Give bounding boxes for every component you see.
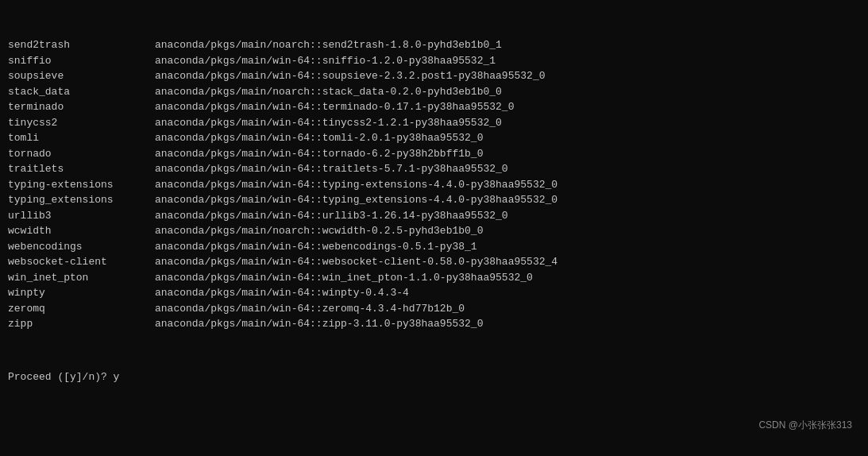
pkg-path: anaconda/pkgs/main/noarch::send2trash-1.… bbox=[155, 37, 502, 53]
package-row: zippanaconda/pkgs/main/win-64::zipp-3.11… bbox=[8, 316, 860, 332]
pkg-path: anaconda/pkgs/main/win-64::tomli-2.0.1-p… bbox=[155, 130, 483, 146]
pkg-path: anaconda/pkgs/main/win-64::tinycss2-1.2.… bbox=[155, 115, 502, 131]
pkg-path: anaconda/pkgs/main/win-64::webencodings-… bbox=[155, 239, 477, 255]
pkg-path: anaconda/pkgs/main/win-64::tornado-6.2-p… bbox=[155, 146, 483, 162]
pkg-name: zipp bbox=[8, 316, 155, 332]
package-row: terminadoanaconda/pkgs/main/win-64::term… bbox=[8, 99, 860, 115]
pkg-name: tornado bbox=[8, 146, 155, 162]
package-row: zeromqanaconda/pkgs/main/win-64::zeromq-… bbox=[8, 301, 860, 317]
pkg-name: traitlets bbox=[8, 161, 155, 177]
pkg-name: terminado bbox=[8, 99, 155, 115]
package-row: winptyanaconda/pkgs/main/win-64::winpty-… bbox=[8, 285, 860, 301]
pkg-path: anaconda/pkgs/main/win-64::soupsieve-2.3… bbox=[155, 68, 545, 84]
package-row: typing_extensionsanaconda/pkgs/main/win-… bbox=[8, 192, 860, 208]
pkg-name: wcwidth bbox=[8, 223, 155, 239]
pkg-path: anaconda/pkgs/main/win-64::zeromq-4.3.4-… bbox=[155, 301, 465, 317]
pkg-path: anaconda/pkgs/main/win-64::typing-extens… bbox=[155, 177, 557, 193]
pkg-name: typing-extensions bbox=[8, 177, 155, 193]
pkg-name: win_inet_pton bbox=[8, 270, 155, 286]
package-row: tornadoanaconda/pkgs/main/win-64::tornad… bbox=[8, 146, 860, 162]
package-row: tomlianaconda/pkgs/main/win-64::tomli-2.… bbox=[8, 130, 860, 146]
pkg-name: soupsieve bbox=[8, 68, 155, 84]
pkg-path: anaconda/pkgs/main/win-64::typing_extens… bbox=[155, 192, 557, 208]
pkg-path: anaconda/pkgs/main/win-64::urllib3-1.26.… bbox=[155, 208, 508, 224]
package-list: send2trashanaconda/pkgs/main/noarch::sen… bbox=[8, 37, 860, 332]
pkg-name: webencodings bbox=[8, 239, 155, 255]
pkg-path: anaconda/pkgs/main/win-64::zipp-3.11.0-p… bbox=[155, 316, 483, 332]
pkg-name: sniffio bbox=[8, 53, 155, 69]
package-row: websocket-clientanaconda/pkgs/main/win-6… bbox=[8, 254, 860, 270]
pkg-name: urllib3 bbox=[8, 208, 155, 224]
package-row: soupsieveanaconda/pkgs/main/win-64::soup… bbox=[8, 68, 860, 84]
section-header: Downloading and Extracting Packages bbox=[8, 423, 860, 456]
package-row: typing-extensionsanaconda/pkgs/main/win-… bbox=[8, 177, 860, 193]
pkg-path: anaconda/pkgs/main/win-64::winpty-0.4.3-… bbox=[155, 285, 409, 301]
package-row: urllib3anaconda/pkgs/main/win-64::urllib… bbox=[8, 208, 860, 224]
pkg-name: zeromq bbox=[8, 301, 155, 317]
pkg-name: tomli bbox=[8, 130, 155, 146]
package-row: webencodingsanaconda/pkgs/main/win-64::w… bbox=[8, 239, 860, 255]
pkg-name: websocket-client bbox=[8, 254, 155, 270]
pkg-name: tinycss2 bbox=[8, 115, 155, 131]
pkg-path: anaconda/pkgs/main/win-64::websocket-cli… bbox=[155, 254, 557, 270]
pkg-path: anaconda/pkgs/main/win-64::win_inet_pton… bbox=[155, 270, 533, 286]
package-row: sniffioanaconda/pkgs/main/win-64::sniffi… bbox=[8, 53, 860, 69]
package-row: tinycss2anaconda/pkgs/main/win-64::tinyc… bbox=[8, 115, 860, 131]
pkg-name: typing_extensions bbox=[8, 192, 155, 208]
pkg-name: winpty bbox=[8, 285, 155, 301]
pkg-path: anaconda/pkgs/main/win-64::traitlets-5.7… bbox=[155, 161, 508, 177]
package-row: stack_dataanaconda/pkgs/main/noarch::sta… bbox=[8, 84, 860, 100]
pkg-name: send2trash bbox=[8, 37, 155, 53]
pkg-path: anaconda/pkgs/main/win-64::terminado-0.1… bbox=[155, 99, 514, 115]
watermark: CSDN @小张张张313 bbox=[758, 419, 852, 432]
package-row: send2trashanaconda/pkgs/main/noarch::sen… bbox=[8, 37, 860, 53]
pkg-path: anaconda/pkgs/main/noarch::wcwidth-0.2.5… bbox=[155, 223, 483, 239]
package-row: wcwidthanaconda/pkgs/main/noarch::wcwidt… bbox=[8, 223, 860, 239]
pkg-path: anaconda/pkgs/main/noarch::stack_data-0.… bbox=[155, 84, 502, 100]
pkg-path: anaconda/pkgs/main/win-64::sniffio-1.2.0… bbox=[155, 53, 496, 69]
package-row: traitletsanaconda/pkgs/main/win-64::trai… bbox=[8, 161, 860, 177]
terminal: send2trashanaconda/pkgs/main/noarch::sen… bbox=[8, 6, 860, 456]
pkg-name: stack_data bbox=[8, 84, 155, 100]
package-row: win_inet_ptonanaconda/pkgs/main/win-64::… bbox=[8, 270, 860, 286]
prompt-line: Proceed ([y]/n)? y bbox=[8, 369, 860, 385]
